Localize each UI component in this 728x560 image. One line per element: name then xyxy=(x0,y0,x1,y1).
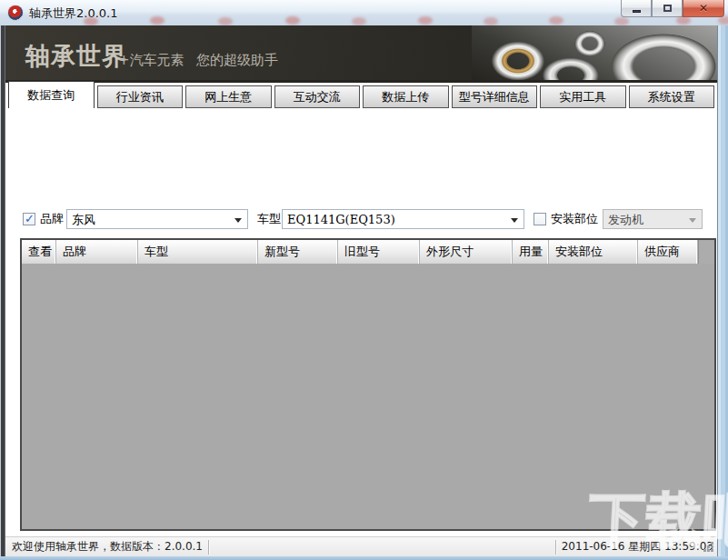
maximize-icon xyxy=(663,5,672,12)
status-separator xyxy=(555,540,556,555)
tab-5[interactable]: 数据上传 xyxy=(363,85,449,108)
window-controls: ✕ xyxy=(621,0,724,17)
app-icon xyxy=(8,5,23,20)
client-area: 轴承世界 +汽车元素 您的超级助手 数据查询行业资讯网上生意互动交流数据上传型号… xyxy=(5,25,717,556)
banner-subtitle: +汽车元素 xyxy=(118,52,184,69)
banner-tagline: 您的超级助手 xyxy=(196,52,278,69)
install-label: 安装部位 xyxy=(551,209,598,229)
bearings-photo xyxy=(472,25,717,80)
bearing-image-1 xyxy=(490,40,546,80)
bearing-image-4 xyxy=(606,31,717,80)
title-bar: 轴承世界2.0.0.1 ✕ xyxy=(0,0,728,25)
window-title: 轴承世界2.0.0.1 xyxy=(29,5,117,22)
bearing-image-3 xyxy=(541,56,601,80)
close-button[interactable]: ✕ xyxy=(683,0,724,17)
query-form: ✓ 品牌 东风 车型 EQ1141G(EQ153) 安装部位 发动机 新型号 国… xyxy=(5,108,717,238)
tab-bar: 数据查询行业资讯网上生意互动交流数据上传型号详细信息实用工具系统设置 xyxy=(5,80,717,108)
brand-checkbox[interactable]: ✓ xyxy=(23,213,35,225)
column-header-1[interactable]: 查看 xyxy=(22,240,56,264)
app-window: 轴承世界2.0.0.1 ✕ 轴承世界 +汽车元素 您的超级助手 xyxy=(0,0,728,560)
header-scroll-corner xyxy=(698,240,714,264)
model-label: 车型 xyxy=(257,209,281,229)
install-select-value: 发动机 xyxy=(608,212,643,227)
model-select-value: EQ1141G(EQ153) xyxy=(287,212,395,227)
chevron-down-icon xyxy=(234,218,242,226)
header-banner: 轴承世界 +汽车元素 您的超级助手 xyxy=(5,25,717,80)
column-header-3[interactable]: 车型 xyxy=(138,240,258,264)
install-select[interactable]: 发动机 xyxy=(603,209,703,229)
resize-grip[interactable] xyxy=(711,549,713,552)
close-icon: ✕ xyxy=(699,2,708,15)
maximize-button[interactable] xyxy=(652,0,683,17)
red-watermark-dots xyxy=(84,17,98,25)
column-header-5[interactable]: 旧型号 xyxy=(338,240,420,264)
column-header-9[interactable]: 供应商 xyxy=(638,240,698,264)
minimize-icon xyxy=(633,10,641,13)
column-header-4[interactable]: 新型号 xyxy=(258,240,338,264)
tab-7[interactable]: 实用工具 xyxy=(540,85,626,108)
window-frame-bottom xyxy=(0,556,728,560)
chevron-down-icon xyxy=(511,218,518,226)
column-header-8[interactable]: 安装部位 xyxy=(549,240,638,264)
tab-4[interactable]: 互动交流 xyxy=(274,85,361,108)
banner-title: 轴承世界 xyxy=(25,40,127,73)
brand-select-value: 东风 xyxy=(72,212,95,227)
model-select[interactable]: EQ1141G(EQ153) xyxy=(282,209,524,229)
brand-select[interactable]: 东风 xyxy=(66,209,248,229)
status-datetime: 2011-06-16 星期四 13:59:03 xyxy=(562,539,717,555)
tab-2[interactable]: 行业资讯 xyxy=(97,85,184,108)
status-bar: 欢迎使用轴承世界，数据版本：2.0.0.1 2011-06-16 星期四 13:… xyxy=(5,536,717,556)
tab-8[interactable]: 系统设置 xyxy=(629,85,715,108)
tab-6[interactable]: 型号详细信息 xyxy=(452,85,538,108)
table-header-row: 查看品牌车型新型号旧型号外形尺寸用量安装部位供应商 xyxy=(22,240,714,264)
bearing-image-2 xyxy=(573,30,606,57)
results-table: 查看品牌车型新型号旧型号外形尺寸用量安装部位供应商 xyxy=(20,238,716,531)
column-header-7[interactable]: 用量 xyxy=(513,240,549,264)
status-separator xyxy=(208,540,209,555)
tab-1[interactable]: 数据查询 xyxy=(8,81,95,108)
column-header-6[interactable]: 外形尺寸 xyxy=(420,240,513,264)
minimize-button[interactable] xyxy=(621,0,652,17)
check-icon: ✓ xyxy=(25,214,35,225)
brand-label: 品牌 xyxy=(40,209,64,229)
status-message: 欢迎使用轴承世界，数据版本：2.0.0.1 xyxy=(5,539,203,555)
tab-3[interactable]: 网上生意 xyxy=(185,85,272,108)
window-frame-right xyxy=(717,25,728,556)
chevron-down-icon xyxy=(689,218,696,226)
install-checkbox[interactable] xyxy=(534,213,546,225)
column-header-2[interactable]: 品牌 xyxy=(56,240,138,264)
table-body xyxy=(22,264,714,529)
